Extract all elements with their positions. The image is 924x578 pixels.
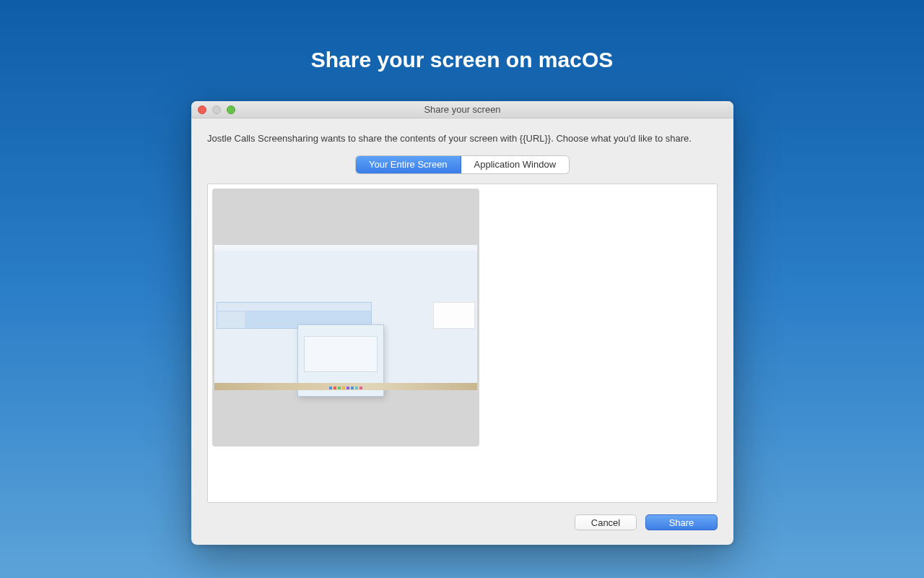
share-screen-window: Share your screen Jostle Calls Screensha…: [191, 101, 733, 545]
window-body: Jostle Calls Screensharing wants to shar…: [191, 118, 733, 545]
segmented-control: Your Entire Screen Application Window: [207, 156, 718, 173]
zoom-icon[interactable]: [227, 105, 235, 114]
share-button[interactable]: Share: [645, 514, 718, 530]
screen-thumbnail[interactable]: [212, 189, 479, 447]
traffic-lights: [198, 105, 235, 114]
tab-entire-screen[interactable]: Your Entire Screen: [356, 156, 461, 173]
thumbnail-app-window-right: [433, 302, 475, 329]
preview-container: [207, 184, 718, 504]
instruction-text: Jostle Calls Screensharing wants to shar…: [207, 131, 718, 146]
window-title: Share your screen: [191, 104, 733, 115]
tab-application-window[interactable]: Application Window: [461, 156, 569, 173]
cancel-button[interactable]: Cancel: [575, 514, 637, 530]
window-titlebar[interactable]: Share your screen: [191, 101, 733, 118]
footer-buttons: Cancel Share: [207, 514, 718, 530]
page-title: Share your screen on macOS: [0, 0, 924, 72]
close-icon[interactable]: [198, 105, 206, 114]
thumbnail-menubar: [214, 245, 477, 251]
minimize-icon[interactable]: [212, 105, 221, 114]
thumbnail-desktop-area: [214, 245, 477, 390]
thumbnail-dock: [214, 383, 477, 390]
